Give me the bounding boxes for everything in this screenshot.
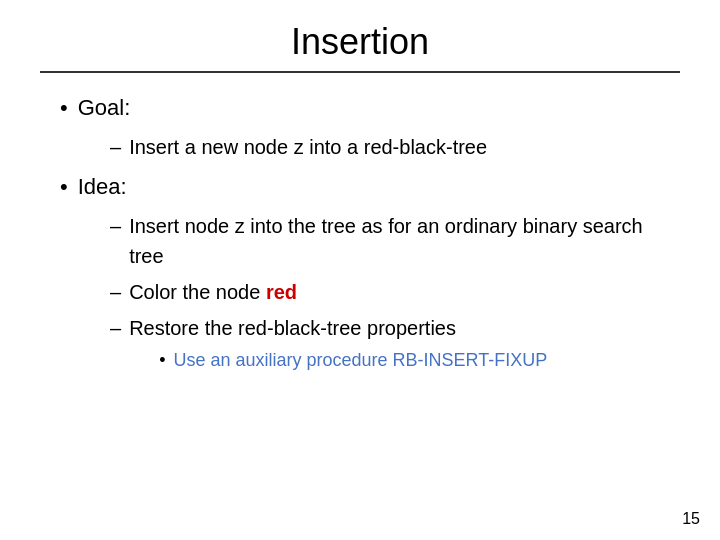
sub-bullet-idea-3: – Restore the red-black-tree properties …	[110, 313, 680, 374]
title-divider	[40, 71, 680, 73]
dash-goal-1: –	[110, 132, 121, 162]
dash-idea-2: –	[110, 277, 121, 307]
sub-sub-text-1: Use an auxiliary procedure RB-INSERT-FIX…	[173, 347, 547, 374]
sub-sub-dot-1: •	[159, 347, 165, 374]
red-word: red	[266, 281, 297, 303]
sub-bullet-text-idea-2: Color the node red	[129, 277, 297, 307]
sub-bullets-idea: – Insert node z into the tree as for an …	[60, 211, 680, 374]
bullet-dot-idea: •	[60, 172, 68, 203]
bullet-label-goal: Goal:	[78, 93, 131, 124]
sub-bullet-idea-1: – Insert node z into the tree as for an …	[110, 211, 680, 271]
dash-idea-1: –	[110, 211, 121, 241]
sub-bullet-goal-1: – Insert a new node z into a red-black-t…	[110, 132, 680, 162]
title-section: Insertion	[40, 20, 680, 63]
sub-bullet-idea-3-content: Restore the red-black-tree properties • …	[129, 313, 547, 374]
bullet-label-idea: Idea:	[78, 172, 127, 203]
sub-sub-bullets-idea-3: • Use an auxiliary procedure RB-INSERT-F…	[129, 347, 547, 374]
sub-bullet-text-idea-3: Restore the red-black-tree properties	[129, 317, 456, 339]
sub-sub-bullet-1: • Use an auxiliary procedure RB-INSERT-F…	[159, 347, 547, 374]
sub-bullets-goal: – Insert a new node z into a red-black-t…	[60, 132, 680, 162]
bullet-idea: • Idea:	[60, 172, 680, 203]
page-number: 15	[682, 510, 700, 528]
slide-container: Insertion • Goal: – Insert a new node z …	[0, 0, 720, 540]
dash-idea-3: –	[110, 313, 121, 343]
color-prefix: Color the node	[129, 281, 266, 303]
bullet-dot-goal: •	[60, 93, 68, 124]
sub-bullet-idea-2: – Color the node red	[110, 277, 680, 307]
sub-bullet-text-goal-1: Insert a new node z into a red-black-tre…	[129, 132, 487, 162]
slide-title: Insertion	[40, 20, 680, 63]
bullet-goal: • Goal:	[60, 93, 680, 124]
sub-bullet-text-idea-1: Insert node z into the tree as for an or…	[129, 211, 680, 271]
content-area: • Goal: – Insert a new node z into a red…	[40, 93, 680, 374]
